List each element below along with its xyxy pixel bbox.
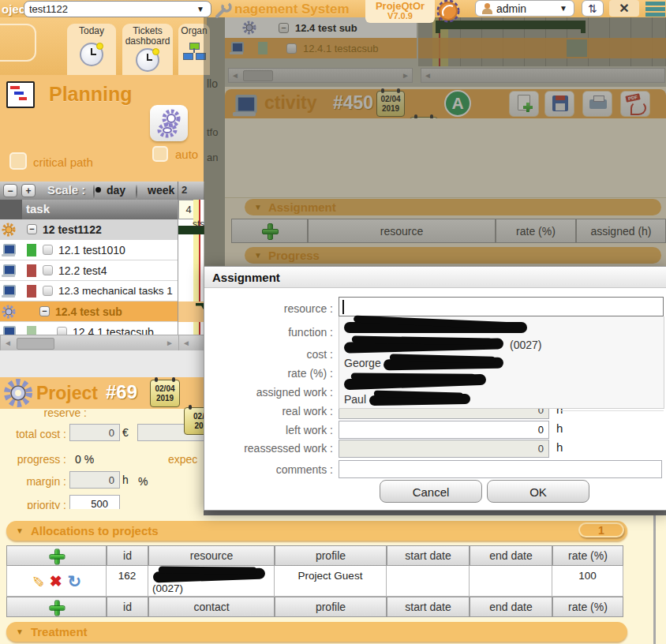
resource-suggestions-dropdown: (0027) George Paul xyxy=(339,316,664,409)
tab-label: dashboard xyxy=(122,36,173,47)
task-checkbox[interactable] xyxy=(43,286,53,296)
task-row[interactable]: 12.1 test1010 xyxy=(0,240,178,260)
critical-path-checkbox[interactable] xyxy=(9,152,27,170)
task-label: 12.4 test sub xyxy=(55,305,122,318)
left-arrow[interactable]: ◄ xyxy=(182,336,190,350)
suggestion-item[interactable] xyxy=(339,319,664,337)
task-checkbox[interactable] xyxy=(43,265,53,275)
start-date-calendar[interactable]: 02/042019 xyxy=(150,380,180,407)
task-color-chip xyxy=(27,244,36,256)
tabs-row: Today Tickets dashboard Organ xyxy=(0,17,207,75)
left-arrow[interactable]: ◄ xyxy=(4,336,12,350)
task-row[interactable]: 12.2 test4 xyxy=(0,260,178,281)
delete-icon[interactable]: ✖ xyxy=(50,574,62,589)
add-allocation-cell[interactable] xyxy=(6,545,107,566)
sort-columns-button[interactable]: ⇅ xyxy=(582,0,604,17)
allocation-row[interactable]: ✎ ✖ ↻ 162 (0027) Project Guest 100 xyxy=(6,566,623,597)
wrench-icon[interactable] xyxy=(213,1,232,20)
resource-input[interactable] xyxy=(339,297,664,316)
gantt-strip-hscroll[interactable]: ◄ xyxy=(178,335,205,352)
right-arrow[interactable]: ► xyxy=(166,336,174,350)
zoom-out-button[interactable]: − xyxy=(3,184,17,197)
scale-label: Scale : xyxy=(47,183,85,197)
suggestion-item[interactable]: (0027) xyxy=(339,337,664,355)
task-color-chip xyxy=(27,285,36,298)
planning-gantt-strip: 4 sts xyxy=(178,200,204,351)
cancel-button[interactable]: Cancel xyxy=(380,480,482,503)
replan-button[interactable] xyxy=(150,105,188,141)
refresh-icon[interactable]: ↻ xyxy=(68,574,82,589)
expand-button[interactable]: ✕ xyxy=(609,0,639,17)
collapse-box[interactable]: − xyxy=(39,306,50,316)
menu-bar xyxy=(645,13,665,17)
dropdown-arrow-icon: ▼ xyxy=(559,4,567,13)
rounded-outline-button[interactable] xyxy=(0,24,36,62)
scale-day-radio[interactable] xyxy=(93,185,95,200)
scale-week-label: week xyxy=(148,184,174,197)
add-icon[interactable] xyxy=(49,549,63,563)
task-checkbox[interactable] xyxy=(43,245,53,255)
suggestion-item[interactable] xyxy=(339,373,664,391)
left-work-label: left work : xyxy=(204,424,333,436)
project-id: #69 xyxy=(106,381,137,403)
suggestion-item[interactable]: George xyxy=(339,355,664,373)
clock-icon xyxy=(136,48,159,72)
margin-label: margin : xyxy=(0,475,66,488)
project-window: Project #69 02/042019 02/20 reserve : to… xyxy=(0,377,204,517)
critical-path-label: critical path xyxy=(33,155,93,169)
scale-week-radio[interactable] xyxy=(136,185,137,200)
tab-today[interactable]: Today xyxy=(67,24,116,75)
col-profile: profile xyxy=(275,597,387,617)
menu-toggle[interactable] xyxy=(644,0,666,17)
project-selector[interactable]: test1122 ▼ xyxy=(24,1,211,17)
suggestion-name: George xyxy=(344,357,381,369)
expand-x-icon: ✕ xyxy=(619,2,629,15)
edit-icon[interactable]: ✎ xyxy=(30,575,45,587)
comments-input[interactable] xyxy=(339,460,662,478)
task-row[interactable]: 12.3 mechanical tasks 1 xyxy=(0,281,178,301)
modal-dim-overlay xyxy=(204,16,666,266)
progress-value: 0 % xyxy=(75,453,94,466)
assignment-dialog: Assignment resource : function : cost : … xyxy=(204,266,666,511)
add-icon[interactable] xyxy=(49,600,63,614)
top-bar: oject : test1122 ▼ nagement System Proje… xyxy=(0,0,666,17)
ok-button[interactable]: OK xyxy=(487,480,589,503)
section-title: Treatment xyxy=(31,625,88,638)
org-chart-icon xyxy=(182,43,206,65)
col-profile: profile xyxy=(275,545,387,566)
left-work-input[interactable]: 0 xyxy=(339,421,549,439)
allocations-section-bar[interactable]: ▼ Allocations to projects 1 xyxy=(6,521,627,541)
section-title: Allocations to projects xyxy=(31,524,159,537)
allocations-table: id resource profile start date end date … xyxy=(6,545,623,617)
left-work-unit: h xyxy=(556,421,563,435)
treatment-section-bar[interactable]: ▼ Treatment xyxy=(6,622,627,642)
task-list-hscroll[interactable]: ◄ ► xyxy=(0,335,179,352)
app-logo: ProjeQtOrV7.0.9 xyxy=(365,0,435,23)
text-caret xyxy=(342,300,344,314)
count-badge: 1 xyxy=(578,522,624,537)
gear-icon xyxy=(2,305,16,319)
col-contact: contact xyxy=(148,597,275,617)
progress-label: progress : xyxy=(0,453,66,466)
cell-id: 162 xyxy=(107,566,148,597)
user-menu[interactable]: admin ▼ xyxy=(475,0,574,17)
suggestion-item[interactable]: Paul xyxy=(339,391,664,410)
zoom-in-button[interactable]: + xyxy=(21,184,36,197)
resource-code: (0027) xyxy=(152,582,183,594)
task-column-header[interactable]: task xyxy=(0,200,178,219)
project-title: Project xyxy=(36,383,98,404)
planning-task-table: task − 12 test1122 12.1 test1010 12.2 te… xyxy=(0,200,178,351)
task-row-selected[interactable]: − 12.4 test sub xyxy=(0,301,178,322)
reassessed-work-input: 0 xyxy=(339,440,549,458)
dropdown-arrow-icon: ▼ xyxy=(196,5,204,13)
dialog-title-bar[interactable]: Assignment xyxy=(204,267,666,288)
margin-input: 0 xyxy=(69,471,120,489)
add-contact-cell[interactable] xyxy=(6,597,107,617)
auto-checkbox[interactable] xyxy=(152,146,168,162)
planning-icon xyxy=(6,81,35,108)
task-row-project[interactable]: − 12 test1122 xyxy=(0,219,178,240)
vertical-divider xyxy=(653,515,656,644)
tab-tickets-dashboard[interactable]: Tickets dashboard xyxy=(122,24,173,75)
collapse-box[interactable]: − xyxy=(27,224,37,234)
redacted-resource-name xyxy=(153,568,265,583)
